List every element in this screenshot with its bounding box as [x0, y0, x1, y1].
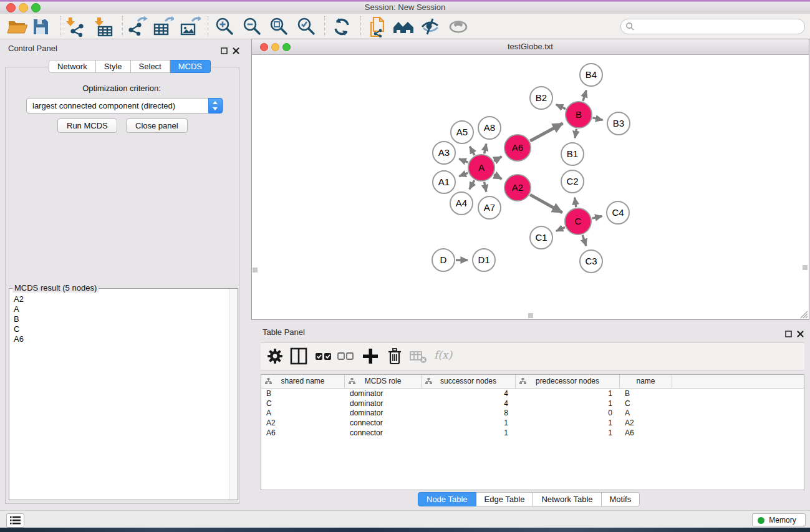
cell-mcds-role[interactable]: connector [345, 418, 422, 428]
graph-edge-B-B3[interactable] [592, 118, 602, 120]
column-header-mcds-role[interactable]: MCDS role [345, 375, 422, 388]
graph-node-C[interactable]: C [565, 208, 591, 235]
graph-edge-B-B4[interactable] [583, 90, 586, 101]
graph-edge-C-C1[interactable] [556, 227, 565, 231]
graph-node-B[interactable]: B [566, 102, 592, 128]
graph-edge-B-B2[interactable] [556, 105, 566, 109]
mcds-result-item[interactable]: A6 [14, 334, 24, 344]
graph-node-A8[interactable]: A8 [478, 117, 501, 139]
cell-predecessor-nodes[interactable]: 1 [516, 418, 620, 428]
graph-node-A3[interactable]: A3 [433, 142, 455, 164]
graph-node-D1[interactable]: D1 [473, 249, 495, 271]
open-session-file-icon[interactable] [368, 16, 389, 37]
graph-node-B2[interactable]: B2 [530, 87, 552, 109]
column-header-shared-name[interactable]: shared name [261, 375, 345, 388]
column-header-name[interactable]: name [620, 375, 672, 388]
graph-edge-A-A1[interactable] [459, 173, 468, 176]
graph-edge-A-A4[interactable] [470, 180, 475, 189]
tab-node-table[interactable]: Node Table [418, 492, 476, 506]
cell-successor-nodes[interactable]: 1 [422, 428, 516, 438]
table-settings-icon[interactable] [266, 347, 284, 365]
bottom-scroll-indicator[interactable] [528, 313, 533, 318]
graph-edge-A-A6[interactable] [494, 157, 501, 161]
cell-successor-nodes[interactable]: 4 [422, 399, 516, 409]
graph-node-A4[interactable]: A4 [450, 192, 473, 215]
export-image-icon[interactable] [180, 16, 201, 37]
graph-edge-A6-B[interactable] [530, 123, 562, 141]
graph-edge-C-C3[interactable] [582, 235, 586, 246]
table-row[interactable]: Bdominator41B [261, 389, 804, 399]
search-input[interactable] [637, 21, 799, 32]
network-window-titlebar[interactable]: testGlobe.txt [252, 39, 809, 55]
cell-predecessor-nodes[interactable]: 1 [516, 389, 620, 399]
open-file-icon[interactable] [6, 16, 27, 37]
graph-node-A5[interactable]: A5 [451, 121, 473, 143]
select-all-icon[interactable] [314, 347, 333, 365]
close-panel-button[interactable]: Close panel [126, 118, 188, 133]
function-builder-icon[interactable]: f(x) [434, 349, 460, 367]
cell-mcds-role[interactable]: connector [345, 428, 422, 438]
float-table-panel-icon[interactable] [785, 329, 793, 336]
tab-style[interactable]: Style [96, 60, 131, 73]
graph-edge-A-A2[interactable] [494, 175, 501, 179]
graph-edge-A-A5[interactable] [470, 147, 475, 155]
cell-predecessor-nodes[interactable]: 0 [516, 408, 620, 418]
cell-name[interactable]: A6 [620, 428, 672, 438]
import-table-icon[interactable] [93, 16, 114, 37]
graph-node-B4[interactable]: B4 [580, 64, 602, 86]
mcds-result-item[interactable]: A2 [14, 294, 24, 304]
titlebar[interactable]: Session: New Session [0, 0, 810, 14]
graph-node-D[interactable]: D [432, 249, 455, 271]
cell-successor-nodes[interactable]: 8 [422, 408, 516, 418]
cell-shared-name[interactable]: A6 [261, 428, 345, 438]
refresh-icon[interactable] [331, 16, 352, 37]
home-icon[interactable] [393, 16, 414, 37]
column-header-successor-nodes[interactable]: successor nodes [422, 375, 516, 388]
table-row[interactable]: Adominator80A [261, 408, 804, 418]
graph-node-C1[interactable]: C1 [530, 226, 552, 249]
tab-edge-table[interactable]: Edge Table [476, 492, 534, 506]
task-history-button[interactable] [6, 513, 24, 528]
network-graph-canvas[interactable]: B4B2BB3A8A5A6A3B1AA1C2A2A4A7C4CC1C3DD1 [252, 55, 809, 319]
tab-mcds[interactable]: MCDS [170, 60, 211, 73]
zoom-out-icon[interactable] [242, 16, 263, 37]
mcds-result-item[interactable]: B [14, 314, 24, 324]
import-network-icon[interactable] [64, 16, 85, 37]
graph-edge-A2-C[interactable] [530, 195, 562, 213]
graph-node-C4[interactable]: C4 [607, 201, 629, 224]
graph-node-A2[interactable]: A2 [504, 175, 531, 201]
zoom-in-icon[interactable] [215, 16, 236, 37]
table-row[interactable]: A2connector11A2 [261, 418, 804, 428]
cell-successor-nodes[interactable]: 4 [422, 389, 516, 399]
memory-button[interactable]: Memory [752, 513, 806, 526]
graph-node-C3[interactable]: C3 [580, 250, 602, 273]
show-columns-icon[interactable] [289, 347, 308, 365]
delete-table-icon[interactable] [409, 347, 428, 365]
right-scroll-indicator[interactable] [803, 265, 808, 270]
mcds-result-item[interactable]: A [14, 304, 24, 314]
optimization-select[interactable]: largest connected component (directed) [26, 98, 223, 114]
hide-panels-icon[interactable] [420, 16, 441, 37]
delete-column-icon[interactable] [385, 347, 404, 365]
float-panel-icon[interactable] [221, 46, 228, 53]
tab-motifs[interactable]: Motifs [602, 492, 640, 506]
cell-shared-name[interactable]: A2 [261, 418, 345, 428]
left-scroll-indicator[interactable] [253, 268, 258, 273]
deselect-all-icon[interactable] [337, 347, 355, 365]
graph-edge-A-A7[interactable] [485, 182, 486, 192]
show-graphics-icon[interactable] [448, 16, 469, 37]
graph-node-A6[interactable]: A6 [504, 135, 531, 161]
cell-predecessor-nodes[interactable]: 1 [516, 399, 620, 409]
graph-node-A[interactable]: A [468, 155, 494, 181]
cell-name[interactable]: A [620, 408, 672, 418]
cell-predecessor-nodes[interactable]: 1 [516, 428, 620, 438]
graph-node-B1[interactable]: B1 [561, 143, 584, 165]
cell-name[interactable]: B [620, 389, 672, 399]
add-column-icon[interactable] [361, 347, 380, 365]
resize-grip-icon[interactable] [798, 309, 808, 319]
graph-edge-C-C4[interactable] [592, 216, 602, 219]
cell-mcds-role[interactable]: dominator [345, 408, 422, 418]
graph-node-B3[interactable]: B3 [607, 112, 630, 135]
table-row[interactable]: Cdominator41C [261, 399, 804, 409]
zoom-fit-icon[interactable] [269, 16, 290, 37]
